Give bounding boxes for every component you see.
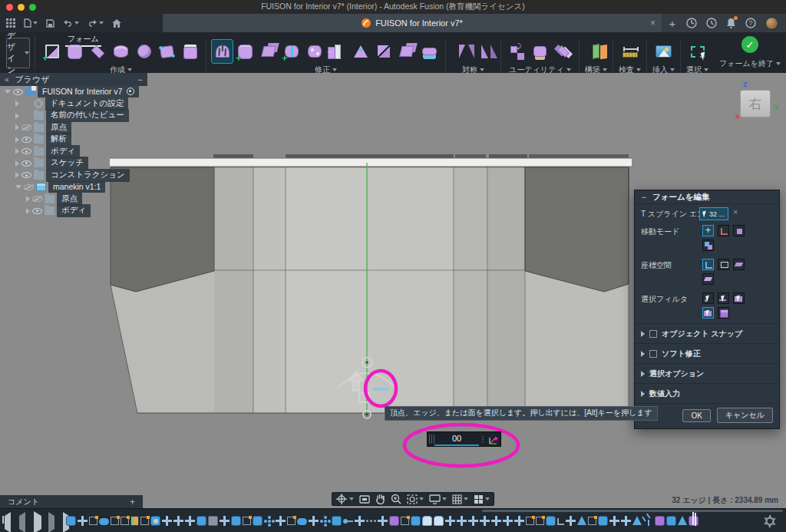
timeline-dots-icon[interactable] bbox=[366, 516, 376, 526]
browser-row-9[interactable]: 原点 bbox=[0, 193, 167, 206]
look-at-icon[interactable] bbox=[359, 494, 370, 504]
eye-visible-icon[interactable] bbox=[21, 137, 31, 143]
go-to-start-icon[interactable] bbox=[5, 516, 12, 524]
display-settings-icon[interactable] bbox=[429, 494, 447, 504]
chevron-right-icon[interactable] bbox=[15, 137, 19, 143]
scale-chip-icon[interactable] bbox=[733, 225, 745, 236]
timeline-purple-icon[interactable] bbox=[389, 516, 399, 526]
timeline-sketch-icon[interactable] bbox=[121, 517, 129, 525]
display-mode-tool[interactable] bbox=[553, 40, 573, 63]
timeline-form-icon[interactable] bbox=[253, 516, 263, 526]
document-tab[interactable]: FUISON for Interior v7* × bbox=[163, 14, 662, 32]
timeline-move-icon[interactable] bbox=[309, 516, 319, 526]
timeline-form-icon[interactable] bbox=[666, 516, 676, 526]
timeline-round-icon[interactable] bbox=[434, 516, 444, 526]
chevron-right-icon[interactable] bbox=[15, 172, 19, 178]
viewports-icon[interactable] bbox=[474, 494, 490, 504]
rotate-chip-icon[interactable] bbox=[718, 225, 729, 236]
cface-chip-icon[interactable] bbox=[733, 292, 745, 304]
timeline-form-icon[interactable] bbox=[411, 516, 421, 526]
select-window-tool[interactable] bbox=[687, 40, 708, 63]
timeline-move-icon[interactable] bbox=[78, 516, 88, 526]
timeline-move-icon[interactable] bbox=[609, 516, 619, 526]
timeline-sketch-icon[interactable] bbox=[526, 517, 534, 525]
timeline-boxgray-icon[interactable] bbox=[208, 516, 218, 526]
extension-icon[interactable] bbox=[686, 18, 697, 28]
browser-row-6[interactable]: スケッチ bbox=[0, 157, 167, 170]
eye-visible-icon[interactable] bbox=[21, 148, 31, 154]
browser-row-2[interactable]: 名前の付いたビュー bbox=[0, 110, 167, 122]
timeline-triangle-icon[interactable] bbox=[632, 516, 642, 525]
job-status-icon[interactable] bbox=[706, 18, 717, 28]
timeline-pattern-icon[interactable] bbox=[320, 516, 330, 526]
timeline-move-icon[interactable] bbox=[514, 516, 524, 526]
timeline-form-icon[interactable] bbox=[598, 516, 608, 526]
measure-tool[interactable] bbox=[619, 40, 640, 63]
insert-point-tool[interactable] bbox=[235, 40, 256, 63]
timeline-form-icon[interactable] bbox=[66, 516, 76, 526]
chevron-right-icon[interactable] bbox=[641, 351, 645, 357]
eye-visible-icon[interactable] bbox=[21, 160, 31, 167]
viewport-canvas[interactable]: « ブラウザ − FUISON for Interior v7ドキュメントの設定… bbox=[0, 73, 786, 508]
timeline-move-icon[interactable] bbox=[173, 516, 183, 526]
browser-row-0[interactable]: FUISON for Interior v7 bbox=[0, 86, 167, 98]
timeline-form-icon[interactable] bbox=[231, 516, 241, 526]
timeline-move-icon[interactable] bbox=[566, 516, 576, 526]
user-avatar[interactable] bbox=[765, 17, 778, 30]
workspace-selector[interactable]: デザイン bbox=[6, 38, 30, 68]
dialog-section-3[interactable]: 数値入力 bbox=[635, 383, 779, 403]
axes-chip-icon[interactable] bbox=[702, 259, 714, 270]
viewcube[interactable]: 右 Z Y X bbox=[731, 79, 784, 124]
chevron-down-icon[interactable] bbox=[5, 90, 11, 94]
zoom-icon[interactable] bbox=[391, 494, 401, 504]
timeline-move-icon[interactable] bbox=[457, 516, 467, 526]
timeline-sketch-icon[interactable] bbox=[536, 517, 544, 525]
grid-settings-icon[interactable] bbox=[452, 494, 468, 504]
timeline-sketch-icon[interactable] bbox=[287, 517, 296, 525]
fit-view-icon[interactable] bbox=[407, 494, 424, 504]
timeline-sketch-icon[interactable] bbox=[111, 517, 119, 525]
checkbox-icon[interactable] bbox=[649, 350, 657, 358]
cvert-chip-icon[interactable] bbox=[702, 292, 714, 304]
chevron-right-icon[interactable] bbox=[641, 391, 645, 397]
quadball-tool[interactable] bbox=[157, 40, 177, 63]
undo-icon[interactable] bbox=[63, 19, 79, 27]
timeline-scrollbar[interactable] bbox=[482, 510, 783, 512]
pan-hand-icon[interactable] bbox=[375, 494, 385, 504]
chevron-right-icon[interactable] bbox=[15, 101, 19, 107]
activate-component-icon[interactable] bbox=[127, 88, 134, 95]
timeline-move-icon[interactable] bbox=[355, 516, 365, 526]
close-tab-icon[interactable]: × bbox=[650, 18, 656, 28]
timeline-move-icon[interactable] bbox=[621, 516, 631, 526]
selface-chip-icon[interactable] bbox=[702, 307, 714, 319]
redo-icon[interactable] bbox=[88, 19, 104, 27]
play-icon[interactable] bbox=[34, 516, 41, 524]
comment-panel[interactable]: コメント + bbox=[0, 495, 143, 508]
multi-chip-icon[interactable] bbox=[702, 240, 714, 251]
timeline-purple-icon[interactable] bbox=[655, 516, 665, 526]
unweld-edges-tool[interactable] bbox=[373, 40, 394, 63]
timeline-move-icon[interactable] bbox=[185, 516, 195, 526]
cancel-button[interactable]: キャンセル bbox=[717, 408, 773, 423]
slide-edge-tool[interactable] bbox=[327, 40, 348, 63]
merge-edge-tool[interactable] bbox=[304, 40, 325, 63]
timeline-triangle-icon[interactable] bbox=[577, 516, 586, 525]
new-tspline-tool[interactable] bbox=[41, 40, 62, 63]
eye-visible-icon[interactable] bbox=[21, 172, 31, 178]
new-tab-button[interactable]: + bbox=[662, 14, 683, 32]
to-brep-tool[interactable] bbox=[530, 40, 550, 63]
viewcube-face[interactable]: 右 bbox=[740, 90, 771, 117]
timeline-sketch-icon[interactable] bbox=[89, 517, 97, 525]
weld-vertices-tool[interactable] bbox=[350, 40, 371, 63]
timeline-link-icon[interactable] bbox=[343, 516, 353, 526]
timeline-sketch-icon[interactable] bbox=[243, 517, 251, 525]
plane2-chip-icon[interactable] bbox=[702, 273, 714, 285]
construction-plane-tool[interactable] bbox=[586, 40, 606, 63]
dialog-section-2[interactable]: 選択オプション bbox=[635, 363, 779, 383]
ok-button[interactable]: OK bbox=[682, 409, 710, 422]
collapse-dialog-icon[interactable]: − bbox=[641, 192, 646, 203]
chevron-right-icon[interactable] bbox=[15, 124, 19, 131]
chevron-right-icon[interactable] bbox=[26, 208, 30, 214]
crease-tool[interactable] bbox=[258, 40, 279, 63]
chevron-right-icon[interactable] bbox=[641, 371, 645, 377]
